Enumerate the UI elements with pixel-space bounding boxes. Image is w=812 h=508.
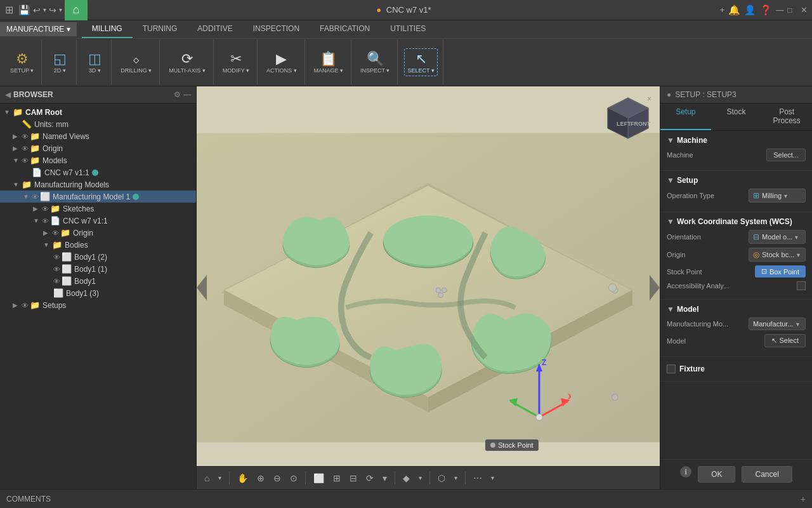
ribbon-groups: ⚙ SETUP ▾ ◱ 2D ▾ ◫ 3D ▾: [0, 39, 812, 86]
tab-utilities[interactable]: UTILITIES: [380, 20, 436, 38]
info-icon[interactable]: ℹ: [680, 466, 691, 478]
tree-item-mfg-model-1[interactable]: ▼ 👁 ⬜ Manufacturing Model 1: [0, 190, 196, 203]
vp-measure-icon[interactable]: ⟳: [363, 472, 376, 485]
tree-item-cam-root[interactable]: ▼ 📁 CAM Root: [0, 106, 196, 118]
viewport[interactable]: Z X Stock Point: [197, 86, 660, 489]
tree-item-setups[interactable]: ▶ 👁 📁 Setups: [0, 299, 196, 311]
tab-additive[interactable]: ADDITIVE: [187, 20, 242, 38]
tree-item-body1[interactable]: 👁 ⬜ Body1: [0, 275, 196, 287]
model-panel-label: Model: [667, 337, 762, 345]
modify-button[interactable]: ✂ MODIFY ▾: [220, 49, 252, 76]
tab-post-process[interactable]: Post Process: [761, 104, 812, 130]
setup-button[interactable]: ⚙ SETUP ▾: [8, 49, 36, 76]
tree-item-models[interactable]: ▼ 👁 📁 Models: [0, 154, 196, 166]
box-point-button[interactable]: ⊡ Box Point: [755, 265, 806, 277]
vp-display-icon[interactable]: ⬜: [311, 472, 327, 485]
model-section-header[interactable]: ▼ Model: [667, 305, 806, 314]
origin-dropdown[interactable]: ◎ Stock bc... ▾: [749, 248, 806, 262]
browser-settings-icon[interactable]: ⚙: [174, 90, 181, 99]
account-icon[interactable]: 👤: [744, 4, 756, 16]
tree-item-origin-inner[interactable]: ▶ 👁 📁 Origin: [0, 227, 196, 239]
vp-render-icon[interactable]: ◆: [400, 472, 412, 485]
3d-button[interactable]: ◫ 3D ▾: [83, 49, 106, 76]
maximize-icon[interactable]: □: [787, 6, 792, 15]
minimize-icon[interactable]: —: [776, 6, 783, 15]
tree-item-cnc-models[interactable]: ▶ 📄 CNC w7 v1:1: [0, 166, 196, 178]
operation-type-dropdown[interactable]: ⊞ Milling ▾: [749, 189, 806, 203]
2d-button[interactable]: ◱ 2D ▾: [48, 49, 71, 76]
tree-item-units[interactable]: ▶ 📏 Units: mm: [0, 118, 196, 130]
nav-arrow-right[interactable]: [650, 275, 660, 300]
vp-dropdown[interactable]: ▾: [380, 472, 390, 485]
machine-section-header[interactable]: ▼ Machine: [667, 136, 806, 145]
vp-render-dropdown[interactable]: ▾: [416, 473, 424, 483]
add-tab-icon[interactable]: +: [720, 5, 725, 15]
model-select-button[interactable]: ↖ Select: [764, 334, 806, 347]
tree-item-cnc-mfg[interactable]: ▼ 👁 📄 CNC w7 v1:1: [0, 215, 196, 227]
status-bar-icon[interactable]: +: [801, 494, 806, 504]
ok-button[interactable]: OK: [698, 466, 735, 483]
vp-home-dropdown[interactable]: ▾: [216, 473, 224, 483]
tree-item-mfg-models[interactable]: ▼ 📁 Manufacturing Models: [0, 178, 196, 190]
help-circle-icon[interactable]: 🔔: [728, 4, 740, 16]
tree-item-bodies[interactable]: ▼ 📁 Bodies: [0, 239, 196, 251]
wcs-section-header[interactable]: ▼ Work Coordinate System (WCS): [667, 217, 806, 226]
vp-zoom-out-icon[interactable]: ⊖: [271, 472, 284, 485]
tab-inspection[interactable]: INSPECTION: [243, 20, 310, 38]
tab-milling[interactable]: MILLING: [82, 20, 133, 38]
vp-snap-icon[interactable]: ⊟: [347, 472, 360, 485]
vp-section-icon[interactable]: ⬡: [435, 472, 448, 485]
manage-button[interactable]: 📋 MANAGE ▾: [311, 49, 346, 76]
machine-select-button[interactable]: Select...: [766, 149, 806, 161]
app-grid-icon[interactable]: ⊞: [5, 4, 13, 16]
vp-more-dropdown[interactable]: ▾: [488, 473, 497, 483]
tree-item-sketches[interactable]: ▶ 👁 📁 Sketches: [0, 203, 196, 215]
orientation-dropdown[interactable]: ⊟ Model o... ▾: [749, 230, 806, 244]
cancel-button[interactable]: Cancel: [742, 466, 792, 483]
home-button[interactable]: ⌂: [65, 0, 88, 22]
vp-more-icon[interactable]: ⋯: [471, 472, 485, 485]
tab-setup[interactable]: Setup: [660, 104, 711, 130]
vp-zoom-in-icon[interactable]: ⊙: [287, 472, 300, 485]
tree-item-origin-top[interactable]: ▶ 👁 📁 Origin: [0, 142, 196, 154]
select-button[interactable]: ↖ SELECT ▾: [404, 48, 437, 76]
redo-dropdown[interactable]: ▾: [59, 6, 62, 13]
mfg-models-arrow: ▼: [13, 181, 20, 188]
fixture-checkbox[interactable]: [667, 364, 676, 373]
tab-turning[interactable]: TURNING: [133, 20, 188, 38]
vp-section-dropdown[interactable]: ▾: [452, 473, 460, 483]
cam-root-folder-icon: 📁: [13, 107, 23, 117]
browser-title: BROWSER: [13, 90, 174, 99]
undo-dropdown[interactable]: ▾: [43, 6, 46, 13]
question-icon[interactable]: ❓: [760, 4, 772, 16]
drilling-button[interactable]: ⬦ DRILLING ▾: [118, 49, 154, 76]
tree-item-body1-3[interactable]: ⬜ Body1 (3): [0, 287, 196, 299]
origin-inner-arrow: ▶: [43, 229, 51, 236]
manufacture-dropdown[interactable]: MANUFACTURE ▾: [0, 22, 77, 36]
models-eye-icon: 👁: [22, 157, 29, 164]
mfg-model-dropdown[interactable]: Manufactur... ▾: [749, 318, 806, 330]
nav-arrow-left[interactable]: [197, 275, 207, 300]
browser-close-icon[interactable]: —: [183, 90, 191, 99]
actions-button[interactable]: ▶ ACTIONS ▾: [264, 49, 299, 76]
tab-fabrication[interactable]: FABRICATION: [310, 20, 380, 38]
undo-icon[interactable]: ↩: [33, 5, 41, 15]
close-button[interactable]: ×: [801, 4, 807, 16]
vp-pan-icon[interactable]: ✋: [235, 472, 251, 485]
setup-section-header[interactable]: ▼ Setup: [667, 176, 806, 185]
vp-zoom-fit-icon[interactable]: ⊕: [254, 472, 267, 485]
inspect-button[interactable]: 🔍 INSPECT ▾: [358, 49, 392, 76]
tree-item-body1-2[interactable]: 👁 ⬜ Body1 (2): [0, 251, 196, 263]
models-label: Models: [43, 156, 67, 165]
tree-item-body1-1[interactable]: 👁 ⬜ Body1 (1): [0, 263, 196, 275]
vp-grid-icon[interactable]: ⊞: [331, 472, 343, 485]
tree-item-named-views[interactable]: ▶ 👁 📁 Named Views: [0, 130, 196, 142]
redo-icon[interactable]: ↪: [49, 5, 56, 15]
tab-stock[interactable]: Stock: [711, 104, 762, 130]
multiaxis-button[interactable]: ⟳ MULTI-AXIS ▾: [166, 49, 207, 76]
stock-point-tooltip: Stock Point: [485, 439, 539, 451]
accessibility-checkbox[interactable]: [797, 281, 806, 290]
save-icon[interactable]: 💾: [18, 4, 30, 16]
view-cube[interactable]: LEFT FRONT ×: [603, 93, 653, 144]
vp-home-icon[interactable]: ⌂: [202, 472, 212, 485]
